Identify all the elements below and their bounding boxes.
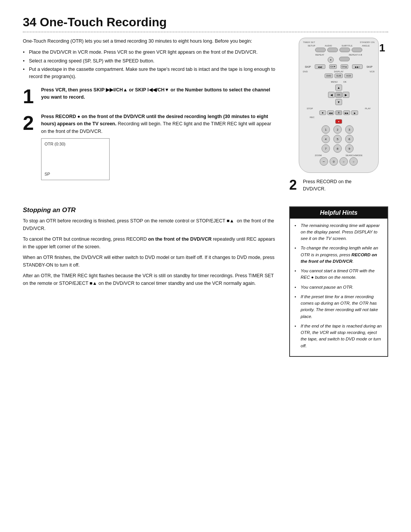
intro-bullets: Place the DVD/VCR in VCR mode. Press VCR… <box>23 49 278 80</box>
remote-label-dvd: DVD <box>303 70 308 73</box>
intro-bullet-1: Place the DVD/VCR in VCR mode. Press VCR… <box>23 49 278 56</box>
remote-numpad: 1 2 3 4 5 6 7 8 9 <box>322 125 356 153</box>
remote-label-menu: MENU <box>331 81 338 83</box>
remote-btn-sub[interactable]: SUB <box>335 73 343 78</box>
remote-btn-down[interactable]: ▼ <box>335 99 342 105</box>
lower-layout: Stopping an OTR To stop an OTR before re… <box>23 206 388 357</box>
remote-row-ovals1 <box>303 48 374 52</box>
stopping-para3: When an OTR finishes, the DVD/VCR will e… <box>23 254 278 269</box>
stopping-para2: To cancel the OTR but continue recording… <box>23 235 278 251</box>
step-2-content: Press RECORD ● on the front of the DVD/V… <box>41 113 278 180</box>
remote-btn-vcr[interactable]: VCR <box>344 73 353 78</box>
remote-label-audio: AUDIO <box>325 45 332 47</box>
remote-control: TIMER SET STANDBY·ON SETUP AUDIO SUBTITL… <box>299 38 379 173</box>
remote-btn-skip-ch-up[interactable]: CH▲ <box>341 64 348 69</box>
remote-label-ab: REPEAT A-B <box>349 54 362 56</box>
remote-btn-9[interactable]: 9 <box>345 144 354 153</box>
remote-label-standbyon: STANDBY·ON <box>360 41 374 43</box>
intro-bullet-2: Select a recording speed (SP, SLP) with … <box>23 58 278 65</box>
remote-row-labels2: REPEAT REPEAT A-B <box>303 54 374 56</box>
remote-label-angle: ANGLE <box>362 45 370 47</box>
remote-btn-right[interactable]: ▶ <box>342 92 349 98</box>
remote-btn-rewind[interactable]: ◀◀ <box>327 110 334 115</box>
hint-1: The remaining recording time will appear… <box>295 222 383 242</box>
step-2-block: 2 Press RECORD ● on the front of the DVD… <box>23 113 278 180</box>
remote-btn-6[interactable]: 6 <box>345 135 354 143</box>
remote-btn-mode[interactable]: ○ <box>349 157 358 166</box>
remote-btn-8[interactable]: 8 <box>333 144 342 153</box>
remote-btn-setup[interactable] <box>315 48 326 52</box>
remote-label-skip-right: SKIP <box>366 66 373 68</box>
hint-2-text: To change the recording length while an … <box>301 245 383 265</box>
step-2-text: Press RECORD ● on the front of the DVD/V… <box>41 113 278 135</box>
remote-btn-3[interactable]: 3 <box>345 125 354 134</box>
remote-btn-subtitle[interactable] <box>339 48 350 52</box>
remote-btn-2[interactable]: 2 <box>333 125 342 134</box>
remote-btn-dvd[interactable]: DVD <box>325 73 333 78</box>
hint-2: To change the recording length while an … <box>295 245 383 265</box>
remote-btn-skip-back[interactable]: ◀◀I <box>315 64 325 69</box>
otr-screen-bottom: SP <box>45 171 50 177</box>
remote-btn-pause[interactable]: ⏸ <box>335 110 342 115</box>
hint-5: If the preset time for a timer recording… <box>295 294 383 320</box>
remote-btn-repeat[interactable]: ● <box>328 57 334 63</box>
remote-rec-row: ● <box>303 119 374 124</box>
hint-6: If the end of the tape is reached during… <box>295 323 383 349</box>
remote-label-play: PLAY <box>365 107 371 110</box>
hint-1-text: The remaining recording time will appear… <box>301 222 383 242</box>
remote-btn-audio[interactable] <box>327 48 338 52</box>
remote-label-subtitle: SUBTITLE <box>341 45 352 47</box>
remote-label-rec: REC <box>310 116 374 118</box>
remote-label-display: DISPLAY <box>334 70 344 73</box>
remote-btn-ab[interactable] <box>339 57 350 61</box>
remote-btn-left[interactable]: ◀ <box>328 92 335 98</box>
remote-btn-rec[interactable]: ● <box>335 119 342 124</box>
remote-btn-5[interactable]: 5 <box>333 135 342 143</box>
remote-label-setup: SETUP <box>307 45 315 47</box>
remote-btn-1[interactable]: 1 <box>322 125 330 134</box>
helpful-hints-title: Helpful Hints <box>290 207 387 219</box>
remote-btn-skip-fwd[interactable]: ▶▶I <box>352 64 363 69</box>
helpful-hints-box: Helpful Hints The remaining recording ti… <box>289 206 388 357</box>
hint-4: You cannot pause an OTR. <box>295 284 383 291</box>
remote-btn-angle[interactable] <box>352 48 362 52</box>
remote-btn-stop[interactable]: ■ <box>319 110 326 115</box>
stopping-para1: To stop an OTR before recording is finis… <box>23 217 278 232</box>
dotted-rule <box>23 32 388 32</box>
remote-btn-skip-ch-down[interactable]: CH▼ <box>329 64 337 69</box>
step2-right-note: 2 Press RECORD on theDVD/VCR. <box>289 178 352 193</box>
main-layout: One-Touch Recording (OTR) lets you set a… <box>23 38 388 193</box>
remote-bottom-btn-row: − 0 ○ ○ <box>303 157 374 166</box>
step2-right-text: Press RECORD on theDVD/VCR. <box>303 178 352 193</box>
remote-label-stop: STOP <box>307 107 313 110</box>
remote-label-vcr: VCR <box>370 70 374 73</box>
remote-label-skip-left: SKIP <box>305 66 311 68</box>
remote-row-dvd-vcr: DVD SUB VCR <box>303 73 374 78</box>
step-1-content: Press VCR, then press SKIP ▶▶I/CH▲ or SK… <box>41 86 278 103</box>
hint-3-text: You cannot start a timed OTR with the RE… <box>301 268 383 281</box>
helpful-hints-section: Helpful Hints The remaining recording ti… <box>289 206 388 357</box>
remote-label-search-mode: SEARCH/MODE <box>346 154 363 157</box>
remote-btn-play[interactable]: ▶ <box>351 110 358 115</box>
remote-container: TIMER SET STANDBY·ON SETUP AUDIO SUBTITL… <box>289 38 388 193</box>
remote-label-zoom: ZOOM <box>315 154 322 157</box>
left-column: One-Touch Recording (OTR) lets you set a… <box>23 38 278 193</box>
remote-btn-ok[interactable]: OK <box>335 92 342 98</box>
remote-label-timerset: TIMER SET <box>303 41 315 43</box>
remote-btn-7[interactable]: 7 <box>322 144 330 153</box>
step-1-text: Press VCR, then press SKIP ▶▶I/CH▲ or SK… <box>41 86 278 101</box>
step-1-block: 1 Press VCR, then press SKIP ▶▶I/CH▲ or … <box>23 86 278 106</box>
helpful-hints-content: The remaining recording time will appear… <box>290 219 387 356</box>
remote-btn-dash[interactable]: − <box>320 157 328 166</box>
remote-btn-ff[interactable]: ▶▶ <box>343 110 350 115</box>
intro-paragraph: One-Touch Recording (OTR) lets you set a… <box>23 38 278 45</box>
remote-btn-search[interactable]: ○ <box>339 157 348 166</box>
step-1-number: 1 <box>23 86 37 106</box>
remote-btn-up[interactable]: ▲ <box>335 85 342 91</box>
remote-btn-4[interactable]: 4 <box>322 135 330 143</box>
remote-btn-0[interactable]: 0 <box>330 157 338 166</box>
remote-label-ok: OK <box>343 81 347 83</box>
step-2-number: 2 <box>23 113 37 133</box>
stopping-para4: After an OTR, the TIMER REC light flashe… <box>23 272 278 287</box>
remote-transport-row: ■ ◀◀ ⏸ ▶▶ ▶ <box>303 110 374 115</box>
